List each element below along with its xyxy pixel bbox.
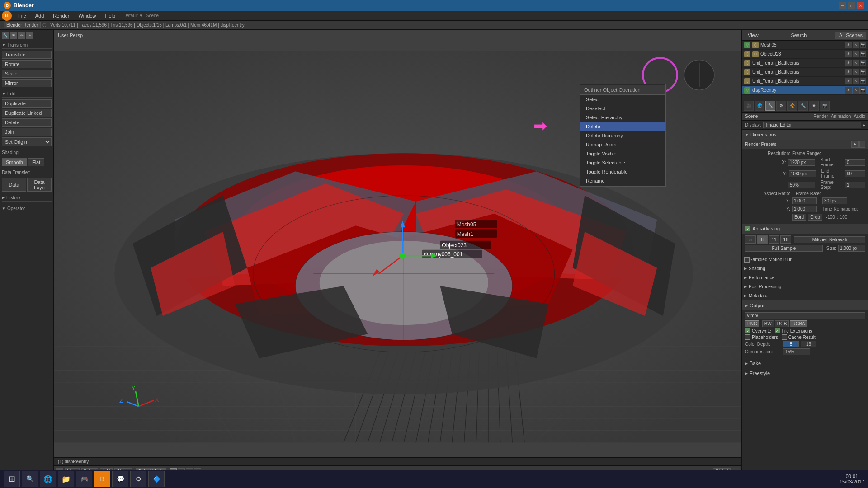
outliner-item-object023[interactable]: ⬡ □ Object023 👁 ↖ 📷: [742, 50, 868, 59]
outliner-view-tab[interactable]: View: [744, 32, 762, 39]
layout-dropdown[interactable]: Default: [123, 13, 138, 18]
menu-window[interactable]: Window: [74, 12, 100, 19]
color-depth-16-field[interactable]: 16: [801, 341, 816, 347]
preset-remove-button[interactable]: -: [859, 141, 865, 148]
ctx-rename[interactable]: Rename: [580, 176, 665, 185]
close-button[interactable]: ✕: [857, 2, 864, 9]
file-ext-checkbox[interactable]: ✓ File Extensions: [775, 328, 812, 333]
freestyle-row[interactable]: ▶ Freestyle: [742, 368, 868, 378]
shading-row-prop[interactable]: ▶ Shading: [742, 264, 868, 273]
select-icon-3[interactable]: ↖: [853, 60, 859, 66]
size-field[interactable]: [838, 245, 865, 252]
search-button[interactable]: 🔍: [22, 471, 38, 487]
display-dropdown[interactable]: Image Editor: [763, 122, 861, 128]
ctx-toggle-visible[interactable]: Toggle Visible: [580, 149, 665, 158]
smooth-button[interactable]: Smooth: [2, 158, 27, 166]
maximize-button[interactable]: □: [848, 2, 855, 9]
messenger-button[interactable]: 💬: [112, 471, 128, 487]
grease-icon[interactable]: ✏: [18, 32, 25, 39]
world-tab[interactable]: 🔧: [765, 101, 775, 111]
scale-button[interactable]: Scale: [2, 70, 52, 78]
view-icon-5[interactable]: 👁: [845, 78, 852, 84]
rgba-button[interactable]: RGBA: [790, 320, 807, 327]
ctx-select-hierarchy[interactable]: Select Hierarchy: [580, 113, 665, 122]
outliner-all-scenes-tab[interactable]: All Scenes: [835, 32, 866, 39]
post-processing-row[interactable]: ▶ Post Processing: [742, 282, 868, 291]
sampled-motion-blur-row[interactable]: Sampled Motion Blur: [742, 255, 868, 264]
select-icon-5[interactable]: ↖: [853, 78, 859, 84]
smb-checkbox[interactable]: [744, 257, 750, 263]
dimensions-header[interactable]: ▼ Dimensions: [742, 130, 868, 140]
outliner-item-battlecruiser1[interactable]: ⬡ Unit_Terran_Battlecruis 👁 ↖ 📷: [742, 59, 868, 68]
ctx-deselect[interactable]: Deselect: [580, 104, 665, 113]
output-path-field[interactable]: [745, 312, 865, 319]
view-icon-4[interactable]: 👁: [845, 69, 852, 75]
aspect-x-field[interactable]: [792, 197, 817, 204]
restrict-select-icon[interactable]: ↖: [853, 42, 859, 48]
blender-taskbar-button[interactable]: B: [94, 471, 110, 487]
aa-8-button[interactable]: 8: [757, 235, 768, 244]
scene-dropdown[interactable]: Scene: [146, 13, 159, 18]
particles-tab[interactable]: 👁: [809, 101, 819, 111]
bw-button[interactable]: BW: [762, 320, 774, 327]
placeholders-checkbox[interactable]: Placeholders: [745, 334, 778, 340]
data-button[interactable]: Data: [2, 178, 26, 192]
menu-render[interactable]: Render: [48, 12, 74, 19]
mirror-button[interactable]: Mirror: [2, 79, 52, 87]
render-icon-4[interactable]: 📷: [860, 69, 866, 75]
aa-filter-dropdown[interactable]: Mitchell-Netravali: [794, 236, 865, 243]
translate-button[interactable]: Translate: [2, 51, 52, 59]
aa-5-button[interactable]: 5: [745, 235, 756, 244]
browser-button[interactable]: 🌐: [40, 471, 56, 487]
select-icon-6[interactable]: ↖: [853, 87, 859, 94]
restrict-view-icon[interactable]: 👁: [845, 42, 852, 48]
cache-result-checkbox[interactable]: Cache Result: [782, 334, 816, 340]
crop-button[interactable]: Crop: [808, 214, 822, 221]
frame-rate-field[interactable]: [822, 197, 847, 204]
png-button[interactable]: PNG: [745, 320, 760, 327]
bord-button[interactable]: Bord: [792, 214, 806, 221]
duplicate-linked-button[interactable]: Duplicate Linked: [2, 109, 52, 117]
outliner-search-tab[interactable]: Search: [787, 32, 810, 39]
duplicate-button[interactable]: Duplicate: [2, 99, 52, 108]
view-icon-2[interactable]: 👁: [845, 51, 852, 57]
join-button[interactable]: Join: [2, 128, 52, 136]
render-icon-2[interactable]: 📷: [860, 51, 866, 57]
render-icon-6[interactable]: 📷: [860, 87, 866, 94]
res-x-field[interactable]: [788, 159, 815, 166]
delete-button[interactable]: Delete: [2, 118, 52, 127]
ctx-remap-users[interactable]: Remap Users: [580, 140, 665, 149]
modifiers-tab[interactable]: 🔧: [798, 101, 808, 111]
render-tab[interactable]: 🎥: [744, 101, 754, 111]
flat-button[interactable]: Flat: [28, 158, 44, 166]
outliner-item-battlecruiser3[interactable]: ⬡ Unit_Terran_Battlecruis 👁 ↖ 📷: [742, 77, 868, 86]
select-icon-4[interactable]: ↖: [853, 69, 859, 75]
outliner-item-dispreentry[interactable]: ▽ dispReentry 👁 ↖ 📷: [742, 86, 868, 95]
restrict-render-icon[interactable]: 📷: [860, 42, 866, 48]
ctx-toggle-selectable[interactable]: Toggle Selectable: [580, 158, 665, 167]
select-icon-2[interactable]: ↖: [853, 51, 859, 57]
performance-row[interactable]: ▶ Performance: [742, 273, 868, 282]
menu-add[interactable]: Add: [31, 12, 49, 19]
view-icon-6[interactable]: 👁: [845, 87, 852, 94]
object-tab[interactable]: ⚙: [776, 101, 786, 111]
steam-button[interactable]: 🎮: [76, 471, 92, 487]
settings-button[interactable]: ⚙: [130, 471, 146, 487]
aa-checkbox[interactable]: ✓: [745, 226, 750, 231]
start-frame-field[interactable]: [845, 159, 865, 166]
viewport[interactable]: User Persp: [54, 30, 741, 477]
physics-tab[interactable]: 📷: [820, 101, 830, 111]
folder-button[interactable]: 📁: [58, 471, 74, 487]
tools-icon[interactable]: 🔧: [2, 32, 9, 39]
overwrite-checkbox[interactable]: ✓ Overwrite: [745, 328, 771, 333]
rotate-button[interactable]: Rotate: [2, 60, 52, 68]
outliner-item-mesh05[interactable]: ▽ ⬡ Mesh05 👁 ↖ 📷: [742, 41, 868, 50]
color-depth-8-field[interactable]: 8: [783, 341, 799, 347]
render-icon-3[interactable]: 📷: [860, 60, 866, 66]
bake-row[interactable]: ▶ Bake: [742, 358, 868, 368]
compression-field[interactable]: [783, 348, 810, 355]
aa-11-button[interactable]: 11: [769, 235, 779, 244]
ctx-delete[interactable]: Delete: [580, 122, 665, 131]
render-icon-5[interactable]: 📷: [860, 78, 866, 84]
set-origin-dropdown[interactable]: Set Origin: [2, 137, 52, 146]
